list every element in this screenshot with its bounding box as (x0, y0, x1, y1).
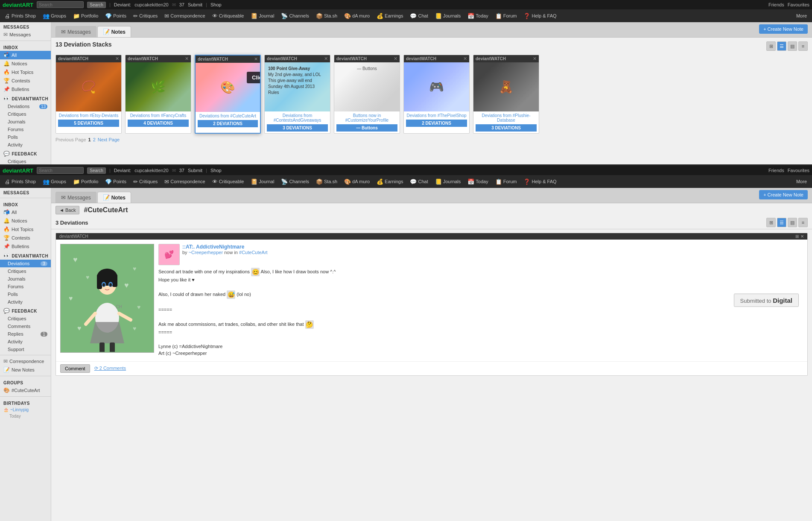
nav-portfolio-bottom[interactable]: 📁Portfolio (70, 177, 101, 187)
sidebar-item-polls-bottom[interactable]: Polls (0, 290, 51, 298)
search-input-top[interactable] (37, 1, 84, 8)
nav-more[interactable]: More (793, 12, 810, 20)
stack-card-buttons[interactable]: deviantWATCH ✕ — Buttons Buttons now in … (334, 55, 400, 134)
nav-critiques-bottom[interactable]: ✏Critiques (130, 177, 161, 187)
sidebar-item-deviations-bottom[interactable]: Deviations 3 (0, 260, 51, 267)
grid-view-btn-b[interactable]: ⊞ (766, 218, 776, 227)
stack-card-pixel[interactable]: deviantWATCH ✕ 🎮 Deviations from #ThePix… (403, 55, 470, 134)
notifications-top[interactable]: 37 (179, 2, 184, 7)
close-btn-1[interactable]: ✕ (115, 56, 119, 61)
nav-forum-bottom[interactable]: 📋Forum (492, 177, 520, 187)
sidebar-item-correspondence-bottom[interactable]: ✉Correspondence (0, 357, 51, 366)
stack-link-1[interactable]: Deviations from #Etsy-Deviants (59, 113, 119, 118)
nav-help[interactable]: ❓Help & FAQ (520, 11, 559, 21)
nav-correspondence[interactable]: ✉Correspondence (161, 11, 208, 21)
nav-portfolio[interactable]: 📁Portfolio (70, 11, 101, 21)
nav-today-bottom[interactable]: 📅Today (464, 177, 491, 187)
nav-channels[interactable]: 📡Channels (278, 11, 312, 21)
stack-count-1[interactable]: 5 DEVIATIONS (58, 120, 119, 127)
nav-today[interactable]: 📅Today (464, 11, 491, 21)
sidebar-item-notices-bottom[interactable]: 🔔Notices (0, 217, 51, 225)
nav-points[interactable]: 💎Points (102, 11, 129, 21)
comments-count-link[interactable]: ⟳ 2 Comments (94, 366, 126, 371)
stack-count-4[interactable]: 3 DEVIATIONS (267, 124, 328, 132)
sidebar-item-critiques-top[interactable]: Critiques (0, 110, 51, 118)
close-btn-2[interactable]: ✕ (185, 56, 189, 61)
nav-correspondence-bottom[interactable]: ✉Correspondence (161, 177, 208, 187)
comment-button[interactable]: Comment (60, 364, 90, 373)
list-view-btn-b[interactable]: ☰ (777, 218, 786, 227)
tab-messages-top[interactable]: ✉ Messages (55, 26, 96, 37)
sidebar-item-replies-bottom[interactable]: Replies 1 (0, 330, 51, 338)
sidebar-item-contests-bottom[interactable]: 🏆Contests (0, 234, 51, 242)
sidebar-item-activity-top[interactable]: Activity (0, 141, 51, 149)
sidebar-item-all-bottom[interactable]: 📬All (0, 208, 51, 217)
compact-view-btn[interactable]: ▤ (788, 41, 797, 51)
back-btn-bottom[interactable]: ◄ Back (55, 206, 79, 214)
search-button-top[interactable]: Search (87, 2, 106, 8)
stack-link-2[interactable]: Deviations from #FancyCrafts (130, 113, 187, 118)
sidebar-item-deviations-top[interactable]: Deviations 13 (0, 102, 51, 110)
sidebar-item-feedback-critiques-top[interactable]: Critiques (0, 158, 51, 164)
post-group-link[interactable]: #CuteCuteArt (239, 250, 268, 255)
birthday-link-1[interactable]: ~Linnypig (10, 407, 29, 412)
sidebar-item-new-notes-bottom[interactable]: 📝New Notes (0, 366, 51, 374)
detail-view-btn-b[interactable]: ≡ (798, 218, 808, 227)
detail-view-btn[interactable]: ≡ (798, 41, 808, 51)
nav-groups[interactable]: 👥Groups (40, 11, 69, 21)
nav-critiqueable-bottom[interactable]: 👁Critiqueable (209, 177, 247, 187)
close-btn-5[interactable]: ✕ (394, 56, 397, 61)
stack-link-4[interactable]: Deviations from #ContestsAndGiveaways (274, 113, 321, 123)
post-expand-btn[interactable]: ⊞ (795, 234, 799, 239)
search-input-bottom[interactable] (37, 167, 84, 174)
nav-stash[interactable]: 📦Sta.sh (313, 11, 340, 21)
post-close-btn[interactable]: ✕ (800, 234, 804, 239)
stack-count-7[interactable]: 3 DEVIATIONS (476, 124, 537, 132)
sidebar-item-activity-bottom[interactable]: Activity (0, 298, 51, 306)
stack-link-5[interactable]: Buttons now in #CustomizeYourProfile (345, 113, 388, 123)
nav-more-bottom[interactable]: More (793, 177, 810, 186)
tab-messages-bottom[interactable]: ✉ Messages (55, 192, 96, 203)
birthday-item-1[interactable]: 🎂~Linnypig (0, 407, 51, 413)
nav-channels-bottom[interactable]: 📡Channels (278, 177, 312, 187)
create-note-btn-top[interactable]: + Create New Note (759, 24, 808, 34)
sidebar-item-contests-top[interactable]: 🏆Contests (0, 76, 51, 85)
stack-link-6[interactable]: Deviations from #ThePixelShop (406, 113, 466, 118)
nav-help-bottom[interactable]: ❓Help & FAQ (520, 177, 559, 187)
favourites-btn-bottom[interactable]: Favourites (788, 168, 809, 173)
close-btn-4[interactable]: ✕ (324, 56, 328, 61)
nav-da-muro[interactable]: 🎨dA muro (341, 11, 373, 21)
stack-card-plushie[interactable]: deviantWATCH ✕ 🧸 Deviations from #Plushi… (473, 55, 539, 134)
list-view-btn[interactable]: ☰ (777, 41, 786, 51)
post-by-author[interactable]: ~Creeperhepper (189, 250, 223, 255)
compact-view-btn-b[interactable]: ▤ (788, 218, 797, 227)
nav-earnings[interactable]: 💰Earnings (374, 11, 406, 21)
sidebar-item-hot-topics-top[interactable]: 🔥Hot Topics (0, 68, 51, 76)
nav-chat[interactable]: 💬Chat (407, 11, 431, 21)
sidebar-item-bulletins-bottom[interactable]: 📌Bulletins (0, 242, 51, 251)
submit-btn-bottom[interactable]: Submit (188, 168, 202, 173)
notifications-bottom[interactable]: 37 (179, 168, 184, 173)
friends-btn-bottom[interactable]: Friends (768, 168, 784, 173)
author-name-link[interactable]: ::AT:. AddictiveNightmare (182, 244, 244, 250)
sidebar-tab-messages-top[interactable]: ✉Messages (0, 30, 51, 39)
shop-btn-top[interactable]: Shop (210, 2, 222, 7)
sidebar-item-polls-top[interactable]: Polls (0, 133, 51, 141)
nav-stash-bottom[interactable]: 📦Sta.sh (313, 177, 340, 187)
nav-earnings-bottom[interactable]: 💰Earnings (374, 177, 406, 187)
grid-view-btn[interactable]: ⊞ (766, 41, 776, 51)
sidebar-item-journals-top[interactable]: Journals (0, 118, 51, 126)
stack-count-3[interactable]: 2 DEVIATIONS (198, 120, 258, 127)
username-top[interactable]: cupcakekitten20 (134, 2, 169, 7)
nav-da-muro-bottom[interactable]: 🎨dA muro (341, 177, 373, 187)
close-btn-7[interactable]: ✕ (533, 56, 537, 61)
nav-chat-bottom[interactable]: 💬Chat (407, 177, 431, 187)
stack-card-giveaway[interactable]: deviantWATCH ✕ 100 Point Give-Away My 2n… (264, 55, 330, 134)
nav-groups-bottom[interactable]: 👥Groups (40, 177, 69, 187)
sidebar-item-comments-bottom[interactable]: Comments (0, 322, 51, 330)
nav-journals[interactable]: 📒Journals (432, 11, 464, 21)
nav-journals-bottom[interactable]: 📒Journals (432, 177, 464, 187)
nav-prints-shop[interactable]: 🖨Prints Shop (2, 11, 39, 21)
nav-journal[interactable]: 📔Journal (248, 11, 277, 21)
nav-critiques[interactable]: ✏Critiques (130, 11, 161, 21)
